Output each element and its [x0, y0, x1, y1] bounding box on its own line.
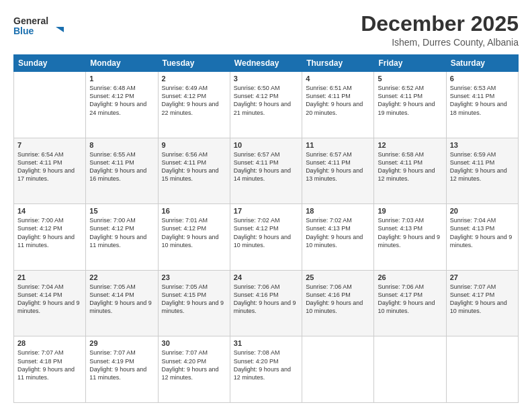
day-cell: 10Sunrise: 6:57 AMSunset: 4:11 PMDayligh…	[230, 138, 302, 204]
day-info: Sunrise: 7:01 AMSunset: 4:12 PMDaylight:…	[162, 216, 226, 249]
weekday-header-friday: Friday	[374, 55, 446, 72]
day-info: Sunrise: 6:53 AMSunset: 4:11 PMDaylight:…	[450, 84, 515, 117]
day-number: 9	[162, 141, 226, 149]
day-info: Sunrise: 7:08 AMSunset: 4:20 PMDaylight:…	[234, 349, 298, 381]
day-number: 26	[378, 273, 442, 281]
day-cell: 29Sunrise: 7:07 AMSunset: 4:19 PMDayligh…	[86, 336, 158, 403]
day-cell: 1Sunrise: 6:48 AMSunset: 4:12 PMDaylight…	[86, 72, 158, 138]
day-info: Sunrise: 7:00 AMSunset: 4:12 PMDaylight:…	[89, 216, 154, 249]
svg-marker-1	[56, 27, 64, 32]
day-info: Sunrise: 6:52 AMSunset: 4:11 PMDaylight:…	[378, 84, 442, 117]
day-info: Sunrise: 6:57 AMSunset: 4:11 PMDaylight:…	[234, 150, 298, 183]
week-row-5: 28Sunrise: 7:07 AMSunset: 4:18 PMDayligh…	[14, 336, 519, 403]
day-number: 1	[89, 75, 154, 83]
day-cell: 19Sunrise: 7:03 AMSunset: 4:13 PMDayligh…	[374, 204, 446, 271]
day-cell	[446, 336, 518, 403]
day-cell: 21Sunrise: 7:04 AMSunset: 4:14 PMDayligh…	[14, 270, 86, 336]
day-cell: 13Sunrise: 6:59 AMSunset: 4:11 PMDayligh…	[446, 138, 518, 204]
day-number: 31	[234, 339, 298, 347]
day-number: 8	[89, 141, 154, 149]
day-info: Sunrise: 6:50 AMSunset: 4:12 PMDaylight:…	[234, 84, 298, 117]
day-number: 24	[234, 273, 298, 281]
day-info: Sunrise: 7:05 AMSunset: 4:15 PMDaylight:…	[162, 283, 226, 316]
day-cell: 8Sunrise: 6:55 AMSunset: 4:11 PMDaylight…	[86, 138, 158, 204]
day-number: 17	[234, 207, 298, 215]
calendar-table: SundayMondayTuesdayWednesdayThursdayFrid…	[13, 54, 519, 403]
day-info: Sunrise: 7:07 AMSunset: 4:18 PMDaylight:…	[17, 349, 82, 381]
day-info: Sunrise: 6:51 AMSunset: 4:11 PMDaylight:…	[306, 84, 370, 117]
weekday-header-saturday: Saturday	[446, 55, 518, 72]
day-cell	[14, 72, 86, 138]
day-number: 27	[450, 273, 515, 281]
day-cell: 5Sunrise: 6:52 AMSunset: 4:11 PMDaylight…	[374, 72, 446, 138]
logo-general: General Blue	[13, 12, 67, 41]
day-number: 12	[378, 141, 442, 149]
day-number: 18	[306, 207, 370, 215]
day-number: 5	[378, 75, 442, 83]
week-row-4: 21Sunrise: 7:04 AMSunset: 4:14 PMDayligh…	[14, 270, 519, 336]
day-info: Sunrise: 6:56 AMSunset: 4:11 PMDaylight:…	[162, 150, 226, 183]
week-row-2: 7Sunrise: 6:54 AMSunset: 4:11 PMDaylight…	[14, 138, 519, 204]
day-info: Sunrise: 7:03 AMSunset: 4:13 PMDaylight:…	[378, 216, 442, 249]
title-block: December 2025 Ishem, Durres County, Alba…	[361, 12, 519, 48]
day-info: Sunrise: 7:07 AMSunset: 4:20 PMDaylight:…	[162, 349, 226, 381]
day-cell: 25Sunrise: 7:06 AMSunset: 4:16 PMDayligh…	[302, 270, 374, 336]
day-cell: 27Sunrise: 7:07 AMSunset: 4:17 PMDayligh…	[446, 270, 518, 336]
weekday-header-monday: Monday	[86, 55, 158, 72]
day-info: Sunrise: 6:48 AMSunset: 4:12 PMDaylight:…	[89, 84, 154, 117]
day-number: 16	[162, 207, 226, 215]
day-number: 25	[306, 273, 370, 281]
day-number: 3	[234, 75, 298, 83]
day-info: Sunrise: 7:05 AMSunset: 4:14 PMDaylight:…	[89, 283, 154, 316]
day-cell	[374, 336, 446, 403]
day-info: Sunrise: 7:06 AMSunset: 4:16 PMDaylight:…	[234, 283, 298, 316]
logo: General Blue	[13, 12, 67, 41]
day-number: 10	[234, 141, 298, 149]
day-number: 21	[17, 273, 82, 281]
day-number: 22	[89, 273, 154, 281]
day-cell: 26Sunrise: 7:06 AMSunset: 4:17 PMDayligh…	[374, 270, 446, 336]
day-cell: 17Sunrise: 7:02 AMSunset: 4:12 PMDayligh…	[230, 204, 302, 271]
day-cell: 22Sunrise: 7:05 AMSunset: 4:14 PMDayligh…	[86, 270, 158, 336]
week-row-3: 14Sunrise: 7:00 AMSunset: 4:12 PMDayligh…	[14, 204, 519, 271]
day-cell: 11Sunrise: 6:57 AMSunset: 4:11 PMDayligh…	[302, 138, 374, 204]
day-info: Sunrise: 7:06 AMSunset: 4:16 PMDaylight:…	[306, 283, 370, 316]
day-cell	[302, 336, 374, 403]
day-number: 6	[450, 75, 515, 83]
day-cell: 18Sunrise: 7:02 AMSunset: 4:13 PMDayligh…	[302, 204, 374, 271]
day-number: 2	[162, 75, 226, 83]
day-cell: 7Sunrise: 6:54 AMSunset: 4:11 PMDaylight…	[14, 138, 86, 204]
calendar-page: General Blue December 2025 Ishem, Durres…	[0, 0, 532, 411]
day-cell: 4Sunrise: 6:51 AMSunset: 4:11 PMDaylight…	[302, 72, 374, 138]
weekday-header-row: SundayMondayTuesdayWednesdayThursdayFrid…	[14, 55, 519, 72]
day-number: 23	[162, 273, 226, 281]
day-cell: 23Sunrise: 7:05 AMSunset: 4:15 PMDayligh…	[158, 270, 230, 336]
weekday-header-wednesday: Wednesday	[230, 55, 302, 72]
day-number: 14	[17, 207, 82, 215]
day-cell: 28Sunrise: 7:07 AMSunset: 4:18 PMDayligh…	[14, 336, 86, 403]
location-title: Ishem, Durres County, Albania	[361, 37, 519, 48]
day-info: Sunrise: 7:02 AMSunset: 4:12 PMDaylight:…	[234, 216, 298, 249]
day-info: Sunrise: 7:02 AMSunset: 4:13 PMDaylight:…	[306, 216, 370, 249]
weekday-header-thursday: Thursday	[302, 55, 374, 72]
day-cell: 30Sunrise: 7:07 AMSunset: 4:20 PMDayligh…	[158, 336, 230, 403]
day-cell: 3Sunrise: 6:50 AMSunset: 4:12 PMDaylight…	[230, 72, 302, 138]
day-info: Sunrise: 7:04 AMSunset: 4:14 PMDaylight:…	[17, 283, 82, 316]
day-cell: 16Sunrise: 7:01 AMSunset: 4:12 PMDayligh…	[158, 204, 230, 271]
day-number: 15	[89, 207, 154, 215]
week-row-1: 1Sunrise: 6:48 AMSunset: 4:12 PMDaylight…	[14, 72, 519, 138]
day-number: 28	[17, 339, 82, 347]
day-number: 29	[89, 339, 154, 347]
day-number: 19	[378, 207, 442, 215]
weekday-header-tuesday: Tuesday	[158, 55, 230, 72]
day-info: Sunrise: 6:59 AMSunset: 4:11 PMDaylight:…	[450, 150, 515, 183]
day-info: Sunrise: 7:04 AMSunset: 4:13 PMDaylight:…	[450, 216, 515, 249]
day-number: 13	[450, 141, 515, 149]
day-number: 11	[306, 141, 370, 149]
day-info: Sunrise: 7:00 AMSunset: 4:12 PMDaylight:…	[17, 216, 82, 249]
month-title: December 2025	[361, 12, 519, 36]
day-number: 7	[17, 141, 82, 149]
day-number: 4	[306, 75, 370, 83]
header: General Blue December 2025 Ishem, Durres…	[13, 12, 519, 48]
day-cell: 12Sunrise: 6:58 AMSunset: 4:11 PMDayligh…	[374, 138, 446, 204]
